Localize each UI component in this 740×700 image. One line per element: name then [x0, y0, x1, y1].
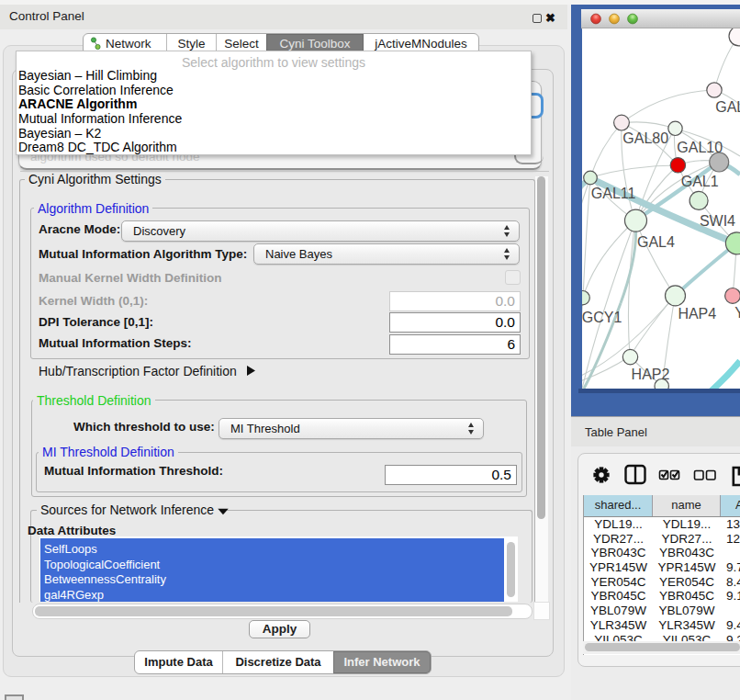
svg-text:GAL10: GAL10 — [677, 140, 723, 155]
svg-text:GAL7: GAL7 — [715, 99, 740, 115]
svg-text:GCY1: GCY1 — [582, 310, 622, 325]
svg-text:HAP2: HAP2 — [632, 367, 670, 382]
svg-text:GAL1: GAL1 — [681, 174, 719, 189]
svg-text:GAL11: GAL11 — [591, 186, 636, 201]
svg-text:GAL80: GAL80 — [622, 130, 668, 146]
svg-text:GAL4: GAL4 — [637, 234, 675, 250]
svg-text:HAP4: HAP4 — [678, 306, 716, 322]
svg-text:Y: Y — [734, 305, 740, 321]
svg-text:SWI4: SWI4 — [700, 213, 735, 229]
